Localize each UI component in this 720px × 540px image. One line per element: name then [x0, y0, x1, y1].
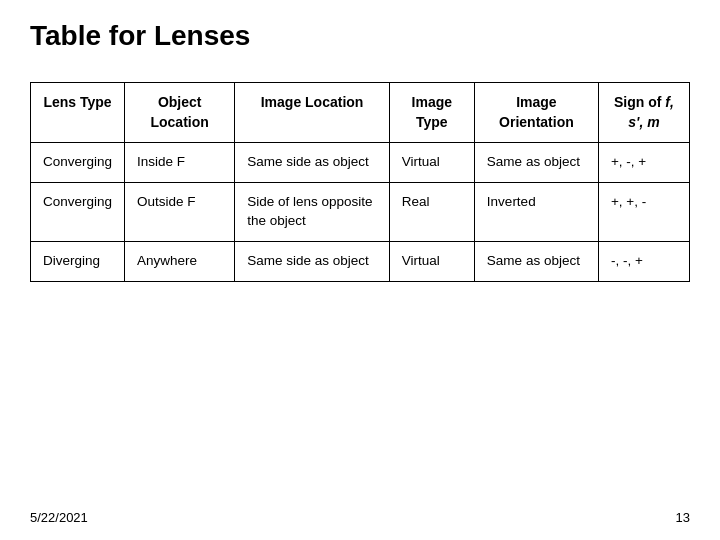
cell-image-location-2: Side of lens opposite the object	[235, 183, 390, 242]
cell-object-location-3: Anywhere	[125, 241, 235, 281]
table-header-row: Lens Type Object Location Image Location…	[31, 83, 690, 143]
col-header-image-type: Image Type	[389, 83, 474, 143]
cell-image-type-1: Virtual	[389, 143, 474, 183]
cell-image-orientation-1: Same as object	[474, 143, 598, 183]
table-row: Diverging Anywhere Same side as object V…	[31, 241, 690, 281]
page: Table for Lenses Lens Type Object Locati…	[0, 0, 720, 540]
col-header-image-orientation: Image Orientation	[474, 83, 598, 143]
cell-lens-type-2: Converging	[31, 183, 125, 242]
cell-sign-2: +, +, -	[598, 183, 689, 242]
cell-image-location-3: Same side as object	[235, 241, 390, 281]
cell-sign-3: -, -, +	[598, 241, 689, 281]
table-row: Converging Inside F Same side as object …	[31, 143, 690, 183]
cell-lens-type-3: Diverging	[31, 241, 125, 281]
cell-object-location-2: Outside F	[125, 183, 235, 242]
col-header-lens-type: Lens Type	[31, 83, 125, 143]
table-wrapper: Lens Type Object Location Image Location…	[30, 82, 690, 282]
footer-page-number: 13	[676, 510, 690, 525]
cell-lens-type-1: Converging	[31, 143, 125, 183]
cell-image-orientation-3: Same as object	[474, 241, 598, 281]
lenses-table: Lens Type Object Location Image Location…	[30, 82, 690, 282]
cell-image-location-1: Same side as object	[235, 143, 390, 183]
cell-image-type-2: Real	[389, 183, 474, 242]
cell-sign-1: +, -, +	[598, 143, 689, 183]
col-header-object-location: Object Location	[125, 83, 235, 143]
col-header-image-location: Image Location	[235, 83, 390, 143]
cell-image-orientation-2: Inverted	[474, 183, 598, 242]
page-title: Table for Lenses	[30, 20, 690, 52]
footer: 5/22/2021 13	[30, 510, 690, 525]
col-header-sign: Sign of f, s', m	[598, 83, 689, 143]
footer-date: 5/22/2021	[30, 510, 88, 525]
table-row: Converging Outside F Side of lens opposi…	[31, 183, 690, 242]
cell-image-type-3: Virtual	[389, 241, 474, 281]
cell-object-location-1: Inside F	[125, 143, 235, 183]
